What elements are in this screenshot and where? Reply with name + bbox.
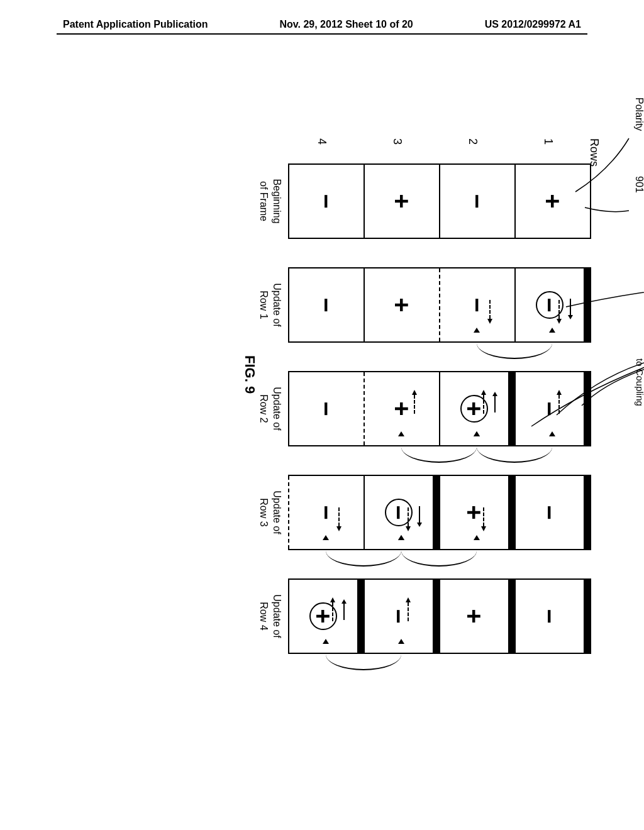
columns-grid: +−+−Beginning of Frame−−+−Update of Row … (257, 163, 591, 654)
row-num-2: 2 (466, 138, 479, 145)
column-4: −+−+Update of Row 4 (257, 578, 591, 654)
voltage-swing-arrow (343, 604, 345, 620)
header-center: Nov. 29, 2012 Sheet 10 of 20 (279, 19, 413, 30)
column-label: Update of Row 4 (257, 578, 283, 654)
figure-9-diagram: Sub-Pixel Voltage Polarity Sub-Pixel 901… (94, 113, 644, 667)
rows-axis-label: Rows (587, 138, 601, 167)
voltage-change-arrow (338, 507, 340, 526)
coupling-effect-arc (326, 535, 401, 567)
polarity-sign: − (313, 401, 340, 416)
voltage-change-arrow (483, 507, 484, 526)
cell-r1: − (514, 476, 590, 549)
column-0: +−+−Beginning of Frame (257, 163, 591, 239)
polarity-sign: + (539, 194, 567, 208)
row-num-1: 1 (541, 138, 555, 145)
cell-r4: − (288, 268, 364, 341)
polarity-sign: − (464, 297, 491, 312)
polarity-sign: + (460, 609, 488, 623)
polarity-sign: − (464, 194, 491, 208)
coupling-effect-arc (477, 431, 552, 463)
coupling-effect-arc (401, 431, 477, 463)
polarity-sign: + (388, 194, 416, 208)
label-subpixel-voltage-polarity: Sub-Pixel Voltage Polarity (633, 97, 644, 177)
figure-label: FIG. 9 (242, 355, 258, 394)
voltage-swing-arrow (570, 299, 571, 315)
column-label: Beginning of Frame (257, 163, 283, 239)
voltage-swing-arrow (494, 396, 496, 412)
coupling-effect-arc (326, 639, 401, 670)
voltage-change-arrow (408, 507, 409, 526)
coupling-effect-arc (477, 328, 552, 359)
polarity-sign: − (536, 609, 564, 623)
polarity-sign: − (313, 194, 340, 208)
header-rule (57, 33, 587, 35)
cell-r3: + (364, 268, 439, 341)
cell-r2: + (439, 580, 514, 653)
label-subpixel-901: Sub-Pixel 901 (633, 176, 644, 219)
column-1: −−+−Update of Row 1 (257, 267, 591, 343)
polarity-sign: + (388, 401, 416, 416)
row-num-4: 4 (315, 138, 328, 145)
column-label: Update of Row 2 (257, 371, 283, 446)
column-label: Update of Row 3 (257, 475, 283, 550)
voltage-change-arrow (489, 300, 491, 319)
voltage-change-arrow (558, 395, 560, 414)
coupling-effect-arc (401, 535, 477, 567)
label-voltage-change-due: Voltage Change Due to Coupling (634, 358, 644, 445)
polarity-sign: − (313, 505, 340, 519)
polarity-sign: − (313, 297, 340, 312)
polarity-sign: − (536, 505, 564, 519)
voltage-change-arrow (414, 395, 415, 414)
cell-r2: − (439, 165, 514, 238)
polarity-sign: + (388, 297, 416, 312)
header-right: US 2012/0299972 A1 (485, 19, 581, 30)
cell-r4: − (288, 372, 364, 445)
column-3: −+−−Update of Row 3 (257, 475, 591, 550)
voltage-change-arrow (332, 602, 333, 621)
column-2: −++−Update of Row 2 (257, 371, 591, 446)
page-header: Patent Application Publication Nov. 29, … (0, 0, 644, 33)
cell-r1: + (514, 165, 590, 238)
cell-r3: + (364, 165, 439, 238)
header-left: Patent Application Publication (63, 19, 208, 30)
voltage-change-arrow (558, 300, 560, 319)
voltage-change-arrow (408, 602, 409, 621)
column-label: Update of Row 1 (257, 267, 283, 343)
voltage-change-arrow (483, 395, 484, 414)
cell-r1: − (514, 580, 590, 653)
cell-r4: − (288, 165, 364, 238)
voltage-swing-arrow (419, 506, 420, 523)
row-num-3: 3 (391, 138, 404, 145)
